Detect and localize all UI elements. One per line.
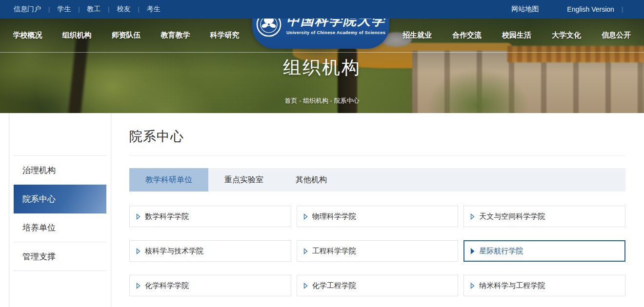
separator: | xyxy=(48,6,50,13)
separator: | xyxy=(108,6,109,13)
arrow-right-icon xyxy=(470,213,475,220)
tab-key-laboratories[interactable]: 重点实验室 xyxy=(208,168,280,192)
nav-item-cooperation[interactable]: 合作交流 xyxy=(452,31,482,40)
separator: | xyxy=(622,6,623,13)
arrow-right-icon xyxy=(303,248,308,254)
sidebar-item-training-units[interactable]: 培养单位 xyxy=(14,213,106,242)
english-version-link[interactable]: English Version xyxy=(567,5,614,13)
department-label: 纳米科学与工程学院 xyxy=(479,281,545,290)
logo-name-english: University of Chinese Academy of Science… xyxy=(286,30,385,35)
tab-other-institutions[interactable]: 其他机构 xyxy=(280,168,343,192)
sidebar-item-schools[interactable]: 院系中心 xyxy=(14,185,106,213)
sidebar-menu: 治理机构 院系中心 培养单位 管理支撑 xyxy=(14,155,106,271)
department-card-physics[interactable]: 物理科学学院 xyxy=(297,206,459,227)
arrow-right-icon xyxy=(136,283,141,289)
department-label: 物理科学学院 xyxy=(312,212,356,221)
arrow-right-icon xyxy=(303,283,308,289)
department-label: 数学科学学院 xyxy=(145,212,189,221)
arrow-right-icon xyxy=(303,213,308,220)
nav-item-research[interactable]: 科学研究 xyxy=(210,31,240,40)
arrow-right-icon xyxy=(136,248,141,254)
breadcrumb[interactable]: 首页 - 组织机构 - 院系中心 xyxy=(0,96,644,105)
department-label: 天文与空间科学学院 xyxy=(479,212,545,221)
nav-right-group: 招生就业 合作交流 校园生活 大学文化 信息公开 xyxy=(389,31,644,40)
nav-item-admissions[interactable]: 招生就业 xyxy=(402,31,432,40)
department-label: 工程科学学院 xyxy=(312,247,356,256)
nav-item-info-disclosure[interactable]: 信息公开 xyxy=(602,31,631,40)
nav-item-education[interactable]: 教育教学 xyxy=(161,31,190,40)
nav-item-about[interactable]: 学校概况 xyxy=(13,31,42,40)
department-label: 星际航行学院 xyxy=(479,247,523,256)
topbar-link-faculty[interactable]: 教工 xyxy=(87,5,101,14)
content-area: 治理机构 院系中心 培养单位 管理支撑 院系中心 教学科研单位 重点实验室 其他… xyxy=(0,113,644,307)
tab-bar: 教学科研单位 重点实验室 其他机构 xyxy=(129,168,625,192)
department-label: 核科学与技术学院 xyxy=(145,247,203,256)
main-panel: 院系中心 教学科研单位 重点实验室 其他机构 数学科学学院 物理科学学院 天 xyxy=(129,113,625,296)
nav-item-organization[interactable]: 组织机构 xyxy=(62,31,92,40)
department-card-chemical-science[interactable]: 化学科学学院 xyxy=(129,275,291,296)
department-card-chemical-engineering[interactable]: 化学工程学院 xyxy=(297,275,459,296)
page: 信息门户 | 学生 | 教工 | 校友 | 考生 网站地图 English Ve… xyxy=(0,0,644,307)
department-card-astronomy[interactable]: 天文与空间科学学院 xyxy=(463,206,625,227)
department-card-interstellar[interactable]: 星际航行学院 xyxy=(463,240,625,262)
department-label: 化学工程学院 xyxy=(312,281,356,290)
topbar-link-portal[interactable]: 信息门户 xyxy=(14,5,41,14)
separator: | xyxy=(78,6,80,13)
department-card-engineering[interactable]: 工程科学学院 xyxy=(297,240,459,262)
section-title: 院系中心 xyxy=(129,113,625,145)
department-grid: 数学科学学院 物理科学学院 天文与空间科学学院 核科学与技术学院 工程科学学院 xyxy=(129,206,625,296)
arrow-right-icon xyxy=(470,283,475,289)
topbar-left-links: 信息门户 | 学生 | 教工 | 校友 | 考生 xyxy=(14,5,161,14)
topbar-link-students[interactable]: 学生 xyxy=(57,5,71,14)
sidebar-item-governance[interactable]: 治理机构 xyxy=(14,156,106,185)
tab-teaching-research-units[interactable]: 教学科研单位 xyxy=(129,168,208,192)
arrow-right-icon xyxy=(470,248,475,254)
sidebar-item-admin-support[interactable]: 管理支撑 xyxy=(14,242,106,271)
topbar-link-alumni[interactable]: 校友 xyxy=(117,5,130,14)
page-title: 组织机构 xyxy=(0,56,644,80)
nav-item-culture[interactable]: 大学文化 xyxy=(552,31,581,40)
sidebar: 治理机构 院系中心 培养单位 管理支撑 xyxy=(9,113,111,307)
arrow-right-icon xyxy=(136,213,141,220)
topbar-right-links: 网站地图 English Version | xyxy=(511,5,630,14)
department-card-nanoscience[interactable]: 纳米科学与工程学院 xyxy=(463,275,625,296)
department-card-nuclear[interactable]: 核科学与技术学院 xyxy=(129,240,291,262)
divider xyxy=(129,155,625,156)
topbar-link-applicants[interactable]: 考生 xyxy=(147,5,161,14)
sitemap-link[interactable]: 网站地图 xyxy=(511,5,539,14)
nav-item-campus-life[interactable]: 校园生活 xyxy=(502,31,531,40)
department-card-mathematics[interactable]: 数学科学学院 xyxy=(129,206,291,227)
nav-item-faculty[interactable]: 师资队伍 xyxy=(112,31,141,40)
top-utility-bar: 信息门户 | 学生 | 教工 | 校友 | 考生 网站地图 English Ve… xyxy=(0,0,644,19)
nav-left-group: 学校概况 组织机构 师资队伍 教育教学 科学研究 xyxy=(0,31,252,40)
separator: | xyxy=(138,6,139,13)
department-label: 化学科学学院 xyxy=(145,281,189,290)
